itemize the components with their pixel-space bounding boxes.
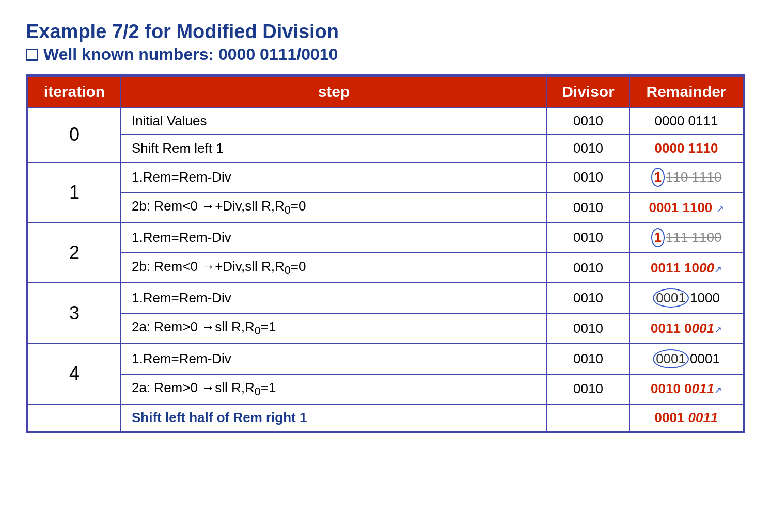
- main-title: Example 7/2 for Modified Division: [26, 21, 745, 43]
- page-container: Example 7/2 for Modified Division Well k…: [10, 10, 761, 444]
- remainder-2-2: 0011 1000↗: [630, 253, 743, 283]
- step-3-2: 2a: Rem>0 →sll R,R0=1: [121, 313, 547, 343]
- remainder-4-1: 0001 0001: [630, 344, 743, 374]
- table-wrapper: iteration step Divisor Remainder 0 Initi…: [26, 74, 745, 433]
- step-1-1: 1.Rem=Rem-Div: [121, 162, 547, 192]
- iter-1: 1: [28, 162, 121, 222]
- table-row: 2a: Rem>0 →sll R,R0=1 0010 0010 0011↗: [28, 374, 743, 404]
- divisor-1-2: 0010: [547, 192, 630, 222]
- table-row: 0 Initial Values 0010 0000 0111: [28, 107, 743, 135]
- remainder-4-2: 0010 0011↗: [630, 374, 743, 404]
- divisor-2-1: 0010: [547, 222, 630, 253]
- subtitle: Well known numbers: 0000 0111/0010: [26, 45, 745, 64]
- iter-0: 0: [28, 107, 121, 162]
- remainder-0-2: 0000 1110: [630, 135, 743, 162]
- table-row: Shift left half of Rem right 1 0001 0011: [28, 404, 743, 431]
- title-section: Example 7/2 for Modified Division Well k…: [26, 21, 745, 64]
- step-final: Shift left half of Rem right 1: [121, 404, 547, 431]
- checkbox-icon: [26, 49, 38, 61]
- table-row: 2 1.Rem=Rem-Div 0010 1111 1100: [28, 222, 743, 253]
- iter-final: [28, 404, 121, 431]
- step-4-2: 2a: Rem>0 →sll R,R0=1: [121, 374, 547, 404]
- remainder-0-1: 0000 0111: [630, 107, 743, 135]
- step-2-1: 1.Rem=Rem-Div: [121, 222, 547, 253]
- table-row: 2b: Rem<0 →+Div,sll R,R0=0 0010 0011 100…: [28, 253, 743, 283]
- step-4-1: 1.Rem=Rem-Div: [121, 344, 547, 374]
- col-remainder: Remainder: [630, 76, 743, 107]
- iter-4: 4: [28, 344, 121, 404]
- subtitle-text: Well known numbers: 0000 0111/0010: [43, 45, 338, 64]
- col-divisor: Divisor: [547, 76, 630, 107]
- iter-2: 2: [28, 222, 121, 283]
- table-row: 2b: Rem<0 →+Div,sll R,R0=0 0010 0001 110…: [28, 192, 743, 222]
- step-0-1: Initial Values: [121, 107, 547, 135]
- table-row: 1 1.Rem=Rem-Div 0010 1110 1110: [28, 162, 743, 192]
- divisor-final: [547, 404, 630, 431]
- divisor-0-1: 0010: [547, 107, 630, 135]
- table-header-row: iteration step Divisor Remainder: [28, 76, 743, 107]
- divisor-1-1: 0010: [547, 162, 630, 192]
- step-3-1: 1.Rem=Rem-Div: [121, 283, 547, 313]
- table-row: Shift Rem left 1 0010 0000 1110: [28, 135, 743, 162]
- divisor-2-2: 0010: [547, 253, 630, 283]
- remainder-1-1: 1110 1110: [630, 162, 743, 192]
- table-row: 4 1.Rem=Rem-Div 0010 0001 0001: [28, 344, 743, 374]
- remainder-2-1: 1111 1100: [630, 222, 743, 253]
- step-2-2: 2b: Rem<0 →+Div,sll R,R0=0: [121, 253, 547, 283]
- remainder-final: 0001 0011: [630, 404, 743, 431]
- divisor-3-2: 0010: [547, 313, 630, 343]
- divisor-3-1: 0010: [547, 283, 630, 313]
- table-row: 3 1.Rem=Rem-Div 0010 0001 1000: [28, 283, 743, 313]
- step-1-2: 2b: Rem<0 →+Div,sll R,R0=0: [121, 192, 547, 222]
- divisor-4-2: 0010: [547, 374, 630, 404]
- main-table: iteration step Divisor Remainder 0 Initi…: [27, 76, 744, 432]
- remainder-3-1: 0001 1000: [630, 283, 743, 313]
- step-0-2: Shift Rem left 1: [121, 135, 547, 162]
- remainder-3-2: 0011 0001↗: [630, 313, 743, 343]
- divisor-4-1: 0010: [547, 344, 630, 374]
- col-iteration: iteration: [28, 76, 121, 107]
- remainder-1-2: 0001 1100 ↗: [630, 192, 743, 222]
- col-step: step: [121, 76, 547, 107]
- table-row: 2a: Rem>0 →sll R,R0=1 0010 0011 0001↗: [28, 313, 743, 343]
- divisor-0-2: 0010: [547, 135, 630, 162]
- iter-3: 3: [28, 283, 121, 343]
